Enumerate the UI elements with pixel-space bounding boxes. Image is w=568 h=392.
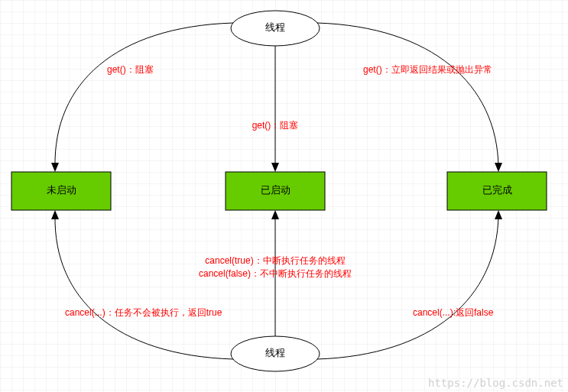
label-bottom-left: cancel(...)：任务不会被执行，返回true xyxy=(65,307,222,318)
diagram-canvas: 线程 线程 未启动 已启动 已完成 get()：阻塞 get()：阻塞 get(… xyxy=(0,0,568,392)
label-top-left: get()：阻塞 xyxy=(107,64,154,75)
label-bottom-right: cancel(...):返回false xyxy=(413,307,494,318)
edge-bottom-right xyxy=(317,215,498,359)
arrow-top-mid xyxy=(271,163,279,172)
state-done-label: 已完成 xyxy=(482,184,512,196)
arrow-bottom-right xyxy=(495,210,502,219)
label-top-right: get()：立即返回结果或抛出异常 xyxy=(363,64,492,75)
arrow-top-left xyxy=(51,163,59,172)
edge-bottom-left xyxy=(55,215,233,359)
state-not-started-label: 未启动 xyxy=(47,184,76,196)
thread-bottom-label: 线程 xyxy=(265,347,285,358)
watermark: https://blog.csdn.net xyxy=(428,377,563,389)
arrow-bottom-left xyxy=(51,210,59,219)
thread-top-label: 线程 xyxy=(265,21,285,33)
label-top-mid: get()：阻塞 xyxy=(252,120,299,131)
edge-top-left xyxy=(55,23,233,167)
arrow-top-right xyxy=(495,163,502,172)
edge-top-right xyxy=(317,23,498,167)
arrow-bottom-mid xyxy=(271,210,279,219)
label-bottom-mid-1: cancel(true)：中断执行任务的线程 xyxy=(205,255,345,266)
diagram-svg: 线程 线程 未启动 已启动 已完成 get()：阻塞 get()：阻塞 get(… xyxy=(0,0,568,392)
state-started-label: 已启动 xyxy=(261,184,290,196)
label-bottom-mid-2: cancel(false)：不中断执行任务的线程 xyxy=(199,268,352,279)
